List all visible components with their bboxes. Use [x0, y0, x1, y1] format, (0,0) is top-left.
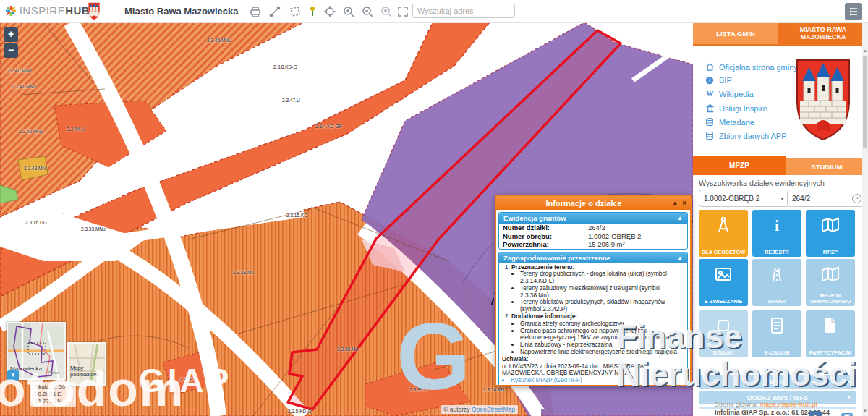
tab-studium[interactable]: STUDIUM [786, 158, 868, 175]
parcel-number-value: 264/2 [792, 195, 810, 203]
scale-readout: Skala: 1: 3000 20.2636 E 51.7713 N [30, 382, 76, 407]
item1-title: Przeznaczenie terenu: [511, 263, 574, 271]
sidebar-link-bip[interactable]: iBIP [705, 76, 732, 85]
home-icon [705, 62, 715, 72]
measure-area-icon[interactable] [288, 4, 302, 19]
zone-label: 2.3.39.U [409, 387, 427, 392]
section-zagospodarowanie[interactable]: Zagospodarowanie przestrzenne ▲ [499, 252, 687, 263]
przeznaczenie-list: Tereny dróg publicznych - droga lokalna … [511, 271, 684, 313]
zone-label: 2.3.8.KD-G [273, 64, 297, 69]
tab-mpzp[interactable]: MPZP [693, 156, 786, 175]
row-label: Numer obrębu: [503, 232, 588, 241]
uchwala-text: nr LIV/453/23 z dnia 2023-09-14 dot.: MI… [502, 363, 684, 378]
fullscreen-icon[interactable] [396, 4, 410, 19]
zoom-in-icon[interactable] [341, 4, 356, 19]
zoom-out-icon[interactable] [360, 4, 375, 19]
sidebar-link-wikipedia[interactable]: WWikipedia [705, 90, 754, 98]
tile-partycypacja[interactable]: PARTYCYPACJA [806, 310, 855, 357]
popup-header[interactable]: Informacje o działce ▲ × [496, 196, 690, 210]
section-ewidencja[interactable]: Ewidencja gruntów ▲ [499, 213, 687, 224]
tab-lista-gmin[interactable]: LISTA GMIN [693, 22, 778, 44]
parcel-number-input[interactable]: 264/2 × [787, 190, 867, 207]
district-select[interactable]: 1.0002-OBRĘB 2 ▼ [699, 190, 790, 207]
measure-line-icon[interactable] [268, 4, 282, 19]
section-ewidencja-title: Ewidencja gruntów [503, 213, 566, 224]
zone-label: 2.2.42.MNu [19, 129, 43, 134]
popup-content: Przeznaczenie terenu: Tereny dróg public… [499, 263, 687, 387]
scrollbar-thumb[interactable] [863, 56, 867, 148]
tile-e-zwiedzanie[interactable]: E-ZWIEDZANIE [699, 259, 748, 306]
popup-close-icon[interactable]: × [682, 199, 686, 207]
sidebar-link-us-ugi-inspire[interactable]: Usługi Inspire [705, 103, 767, 113]
tile-rejestr[interactable]: iREJESTR [752, 210, 801, 257]
latitude-value: 51.7713 N [35, 398, 72, 405]
row-value: 264/2 [588, 224, 605, 232]
scale-value: Skala: 1: 3000 [35, 383, 72, 391]
tab-miasto-rawa-mazowiecka[interactable]: MIASTO RAWA MAZOWIECKA [778, 22, 868, 44]
map-zoom-in-button[interactable]: + [4, 27, 18, 42]
section-collapse-icon[interactable]: ▲ [677, 213, 683, 224]
tile-mpzp-w-opracowaniu[interactable]: MPZP W OPRACOWANIU [806, 259, 855, 306]
zoom-selection-icon[interactable] [379, 4, 393, 19]
sidebar-link-oficjalna-strona-gminy[interactable]: Oficjalna strona gminy [705, 62, 798, 72]
parcel-info-popup[interactable]: Informacje o działce ▲ × Ewidencja grunt… [495, 195, 692, 386]
chevron-down-icon: ▼ [846, 379, 851, 384]
wms-bar[interactable]: WMS ▼ [699, 375, 856, 389]
sidebar-link-label: Metadane [719, 118, 754, 127]
osm-link[interactable]: OpenStreetMap [472, 406, 515, 413]
longitude-value: 20.2636 E [35, 391, 72, 398]
minimap-collapse-button[interactable]: ▾ [7, 370, 19, 381]
document-links: Rysunek MPZP (GeoTIFF)APP - GMLTekst uch… [502, 377, 684, 386]
scroll-up-icon[interactable]: ▲ [863, 48, 867, 53]
basemap-switcher[interactable]: Mapy podkładowe [67, 342, 106, 386]
wms-bar-label: WMS [770, 378, 786, 386]
tile-drogi[interactable]: DROGI [752, 259, 801, 306]
municipality-title: Miasto Rawa Mazowiecka [124, 6, 239, 17]
row-value: 15 206,9 m² [588, 240, 625, 249]
sidebar-link-metadane[interactable]: Metadane [705, 117, 754, 127]
section-collapse-icon[interactable]: ▲ [677, 252, 683, 263]
zone-label: 2.3.45.MNu [207, 38, 231, 43]
footer-home: Strona główna: mapa.inspire-hub.pl [715, 401, 817, 408]
row-value: 1.0002-OBRĘB 2 [588, 232, 641, 241]
tile-działki[interactable]: DZIAŁKI [699, 310, 748, 357]
facebook-icon[interactable]: f [809, 411, 822, 416]
tile-dla-geodetów[interactable]: DLA GEODETÓW [699, 210, 748, 257]
scroll-down-icon[interactable]: ▼ [863, 409, 867, 413]
chevron-down-icon: ▼ [846, 395, 851, 400]
sidebar-link-label: Usługi Inspire [719, 104, 767, 113]
popup-title: Informacje o działce [496, 199, 671, 208]
legend-panel-icon[interactable] [845, 3, 862, 20]
address-search-input[interactable] [412, 4, 515, 18]
inspirehub-logo[interactable]: INSPIREHUB [6, 4, 90, 17]
tile-label: REJESTR [765, 250, 789, 255]
map-attribution: © autorzy OpenStreetMap [441, 405, 518, 414]
tile-e-usługi[interactable]: E-USŁUGI [752, 310, 801, 357]
popup-collapse-icon[interactable]: ▲ [671, 199, 678, 207]
tile-label: MPZP W OPRACOWANIU [806, 293, 855, 305]
district-select-value: 1.0002-OBRĘB 2 [704, 195, 760, 203]
document-link[interactable]: APP - GML [511, 384, 684, 386]
locate-icon[interactable] [323, 4, 337, 19]
zone-label: 2.3.33.Mu [233, 270, 254, 275]
map-zoom-out-button[interactable]: − [4, 43, 18, 58]
tile-label: DROGI [768, 299, 786, 305]
tile-mpzp[interactable]: MPZP [806, 210, 855, 257]
zone-label: 2.3.15.KD [286, 213, 307, 218]
info-icon: i [705, 76, 715, 85]
sidebar-link-label: Wikipedia [719, 90, 754, 98]
marker-icon[interactable] [305, 4, 320, 19]
info-bullet: Napowietrzne linie elektroenergetyczne ś… [520, 349, 684, 356]
tile-label: PARTYCYPACJA [809, 350, 852, 356]
tile-label: E-USŁUGI [765, 350, 790, 356]
print-icon[interactable] [248, 4, 263, 19]
zone-label: 2.3.47.U [282, 98, 300, 103]
footer-home-label: Strona główna: [715, 401, 760, 408]
footer-home-link[interactable]: mapa.inspire-hub.pl [760, 401, 817, 408]
sidebar-link-zbiory-danych-app[interactable]: Zbiory danych APP [705, 131, 787, 140]
zone-label: 2.2.44.U [67, 127, 85, 132]
row-label: Numer działki: [503, 224, 588, 232]
clear-icon[interactable]: × [852, 194, 861, 203]
mail-icon[interactable] [841, 411, 854, 416]
linkedin-icon[interactable]: in [825, 411, 838, 416]
